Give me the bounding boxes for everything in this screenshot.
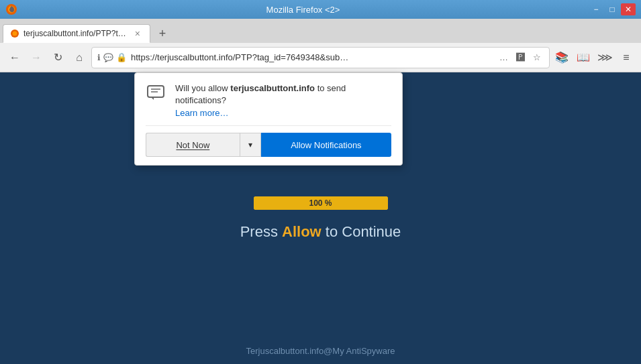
popup-message-area: Will you allow terjuscalbuttont.info to … — [175, 82, 391, 119]
home-button[interactable]: ⌂ — [70, 48, 89, 67]
popup-header: Will you allow terjuscalbuttont.info to … — [146, 82, 391, 119]
bookmark-button[interactable]: ☆ — [530, 51, 544, 64]
titlebar-title: Mozilla Firefox <2> — [17, 5, 589, 15]
allow-word: Allow — [282, 223, 322, 240]
press-pre-text: Press — [240, 223, 282, 240]
forward-button[interactable]: → — [27, 48, 46, 67]
popup-message: Will you allow terjuscalbuttont.info to … — [175, 82, 391, 107]
close-button[interactable]: ✕ — [621, 3, 636, 15]
maximize-button[interactable]: □ — [605, 3, 620, 15]
more-tools-button[interactable]: ⋙ — [595, 48, 614, 67]
notification-permissions-icon[interactable]: 💬 — [103, 53, 113, 62]
not-now-label: Not Now — [176, 140, 209, 150]
navbar-right: 📚 📖 ⋙ ≡ — [552, 48, 636, 67]
tab-label: terjuscalbuttont.info/PTP?ta… — [23, 29, 128, 38]
url-bar[interactable]: ℹ 💬 🔒 https://terjuscalbuttont.info/PTP?… — [91, 47, 550, 68]
chat-bubble-icon — [146, 82, 167, 104]
sidebar-button[interactable]: 📖 — [574, 48, 593, 67]
library-button[interactable]: 📚 — [552, 48, 571, 67]
minimize-button[interactable]: − — [589, 3, 603, 15]
allow-notifications-button[interactable]: Allow Notifications — [261, 133, 391, 157]
lock-icon[interactable]: 🔒 — [116, 52, 127, 62]
more-url-button[interactable]: … — [497, 51, 511, 64]
press-post-text: to Continue — [322, 223, 401, 240]
progress-text: 100 % — [309, 198, 332, 208]
tab-close-button[interactable]: × — [132, 27, 143, 40]
popup-pre-text: Will you allow — [175, 83, 230, 93]
browser-tab[interactable]: terjuscalbuttont.info/PTP?ta… × — [3, 24, 150, 43]
titlebar-left — [5, 3, 17, 15]
urlbar-security-icons: ℹ 💬 🔒 — [97, 52, 127, 62]
pocket-icon[interactable]: 🅿 — [513, 51, 528, 64]
menu-button[interactable]: ≡ — [617, 48, 636, 67]
not-now-button[interactable]: Not Now — [146, 133, 240, 157]
new-tab-button[interactable]: + — [153, 24, 172, 43]
tabbar: terjuscalbuttont.info/PTP?ta… × + — [0, 19, 641, 43]
titlebar: Mozilla Firefox <2> − □ ✕ — [0, 0, 641, 19]
notification-icon — [146, 82, 167, 104]
learn-more-link[interactable]: Learn more… — [175, 108, 228, 118]
tab-favicon-icon — [10, 29, 19, 38]
popup-buttons: Not Now ▾ Allow Notifications — [146, 125, 391, 157]
back-button[interactable]: ← — [5, 48, 24, 67]
info-icon[interactable]: ℹ — [97, 53, 101, 62]
notification-popup: Will you allow terjuscalbuttont.info to … — [134, 72, 403, 166]
svg-point-3 — [13, 32, 17, 36]
navbar: ← → ↻ ⌂ ℹ 💬 🔒 https://terjuscalbuttont.i… — [0, 43, 641, 72]
dropdown-arrow-icon: ▾ — [248, 140, 252, 149]
footer-text: Terjuscalbuttont.info@My AntiSpyware — [246, 346, 395, 356]
svg-marker-7 — [151, 97, 154, 100]
url-text: https://terjuscalbuttont.info/PTP?tag_id… — [131, 52, 493, 62]
titlebar-controls: − □ ✕ — [589, 3, 636, 15]
progress-bar: 100 % — [254, 196, 388, 210]
reload-button[interactable]: ↻ — [48, 48, 67, 67]
firefox-logo-icon — [5, 3, 17, 15]
not-now-dropdown-button[interactable]: ▾ — [240, 133, 261, 157]
urlbar-actions: … 🅿 ☆ — [497, 51, 544, 64]
popup-domain: terjuscalbuttont.info — [230, 83, 315, 93]
press-allow-text: Press Allow to Continue — [240, 223, 401, 241]
